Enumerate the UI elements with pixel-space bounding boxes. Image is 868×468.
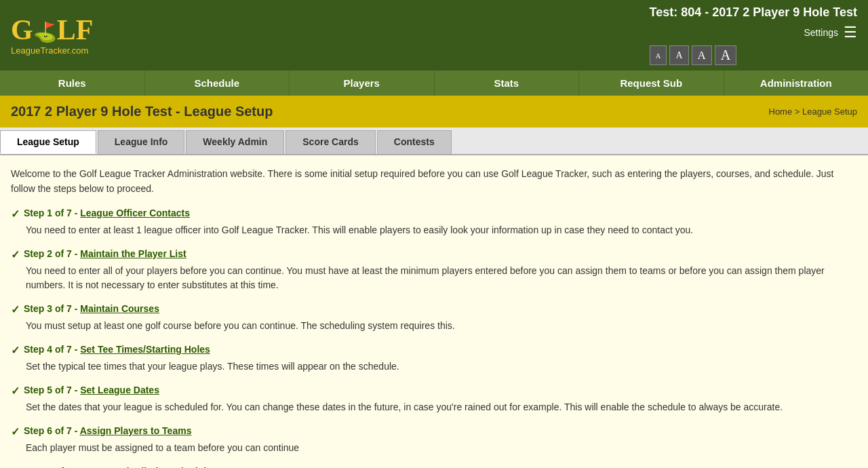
step-5-checkmark: ✓ [11, 385, 20, 397]
step-2-link[interactable]: Maintain the Player List [80, 248, 186, 259]
tab-league-setup[interactable]: League Setup [0, 130, 96, 154]
header-right: Test: 804 - 2017 2 Player 9 Hole Test Se… [650, 5, 858, 65]
intro-text: Welcome to the Golf League Tracker Admin… [11, 166, 857, 197]
step-1-label: Step 1 of 7 - League Officer Contacts [24, 208, 190, 218]
step-4-link[interactable]: Set Tee Times/Starting Holes [80, 344, 210, 355]
page-title-bar: 2017 2 Player 9 Hole Test - League Setup… [0, 96, 868, 128]
step-3-title: ✓ Step 3 of 7 - Maintain Courses [11, 303, 857, 316]
step-4-title: ✓ Step 4 of 7 - Set Tee Times/Starting H… [11, 344, 857, 357]
nav-administration[interactable]: Administration [724, 71, 869, 96]
settings-area: Settings ☰ [650, 24, 858, 41]
breadcrumb-home[interactable]: Home [769, 106, 793, 117]
step-1-desc: You need to enter at least 1 league offi… [26, 223, 857, 237]
nav-players[interactable]: Players [290, 71, 435, 96]
step-2: ✓ Step 2 of 7 - Maintain the Player List… [11, 248, 857, 292]
nav-request-sub[interactable]: Request Sub [579, 71, 724, 96]
nav-stats[interactable]: Stats [435, 71, 580, 96]
step-1-checkmark: ✓ [11, 208, 20, 220]
step-5-label: Step 5 of 7 - Set League Dates [24, 385, 159, 395]
step-5-desc: Set the dates that your league is schedu… [26, 400, 857, 414]
step-5-link[interactable]: Set League Dates [80, 385, 159, 395]
logo-sub: LeagueTracker.com [11, 45, 93, 56]
tab-contests[interactable]: Contests [377, 130, 452, 154]
step-3-label: Step 3 of 7 - Maintain Courses [24, 303, 159, 314]
step-3: ✓ Step 3 of 7 - Maintain Courses You mus… [11, 303, 857, 333]
step-3-link[interactable]: Maintain Courses [80, 303, 159, 314]
font-buttons: A A A A [650, 45, 858, 65]
step-2-title: ✓ Step 2 of 7 - Maintain the Player List [11, 248, 857, 261]
font-small-button[interactable]: A [650, 45, 667, 65]
step-6-title: ✓ Step 6 of 7 - Assign Players to Teams [11, 425, 857, 438]
step-6-checkmark: ✓ [11, 425, 20, 438]
logo: G⛳LF [11, 16, 93, 44]
step-4-checkmark: ✓ [11, 344, 20, 357]
step-6: ✓ Step 6 of 7 - Assign Players to Teams … [11, 425, 857, 455]
font-medium-small-button[interactable]: A [669, 45, 688, 65]
tab-league-info[interactable]: League Info [98, 130, 185, 154]
header: G⛳LF LeagueTracker.com Test: 804 - 2017 … [0, 0, 868, 71]
nav-rules[interactable]: Rules [0, 71, 145, 96]
step-1-link[interactable]: League Officer Contacts [80, 208, 190, 218]
breadcrumb-separator: > [795, 106, 802, 117]
test-title: Test: 804 - 2017 2 Player 9 Hole Test [650, 5, 858, 20]
step-3-checkmark: ✓ [11, 303, 20, 316]
step-1: ✓ Step 1 of 7 - League Officer Contacts … [11, 208, 857, 237]
step-4-desc: Set the typical tee times that your leag… [26, 359, 857, 374]
step-3-desc: You must setup at least one golf course … [26, 319, 857, 333]
tab-score-cards[interactable]: Score Cards [285, 130, 375, 154]
nav-schedule[interactable]: Schedule [145, 71, 290, 96]
step-2-checkmark: ✓ [11, 248, 20, 261]
step-6-label: Step 6 of 7 - Assign Players to Teams [24, 425, 191, 436]
step-2-label: Step 2 of 7 - Maintain the Player List [24, 248, 186, 259]
font-large-button[interactable]: A [715, 45, 736, 65]
step-6-link[interactable]: Assign Players to Teams [80, 425, 192, 436]
content: Welcome to the Golf League Tracker Admin… [0, 155, 868, 468]
step-5-title: ✓ Step 5 of 7 - Set League Dates [11, 385, 857, 397]
step-4-label: Step 4 of 7 - Set Tee Times/Starting Hol… [24, 344, 210, 355]
tabs: League Setup League Info Weekly Admin Sc… [0, 128, 868, 155]
main-nav: Rules Schedule Players Stats Request Sub… [0, 71, 868, 96]
tab-weekly-admin[interactable]: Weekly Admin [186, 130, 284, 154]
logo-area: G⛳LF LeagueTracker.com [11, 16, 93, 56]
step-6-desc: Each player must be assigned to a team b… [26, 441, 857, 455]
font-medium-large-button[interactable]: A [692, 45, 712, 65]
step-1-title: ✓ Step 1 of 7 - League Officer Contacts [11, 208, 857, 220]
hamburger-icon[interactable]: ☰ [844, 24, 857, 41]
page-title: 2017 2 Player 9 Hole Test - League Setup [11, 104, 273, 119]
settings-label: Settings [804, 27, 838, 38]
step-5: ✓ Step 5 of 7 - Set League Dates Set the… [11, 385, 857, 414]
step-4: ✓ Step 4 of 7 - Set Tee Times/Starting H… [11, 344, 857, 374]
breadcrumb: Home > League Setup [769, 106, 858, 117]
breadcrumb-current: League Setup [802, 106, 857, 117]
step-2-desc: You need to enter all of your players be… [26, 264, 857, 292]
